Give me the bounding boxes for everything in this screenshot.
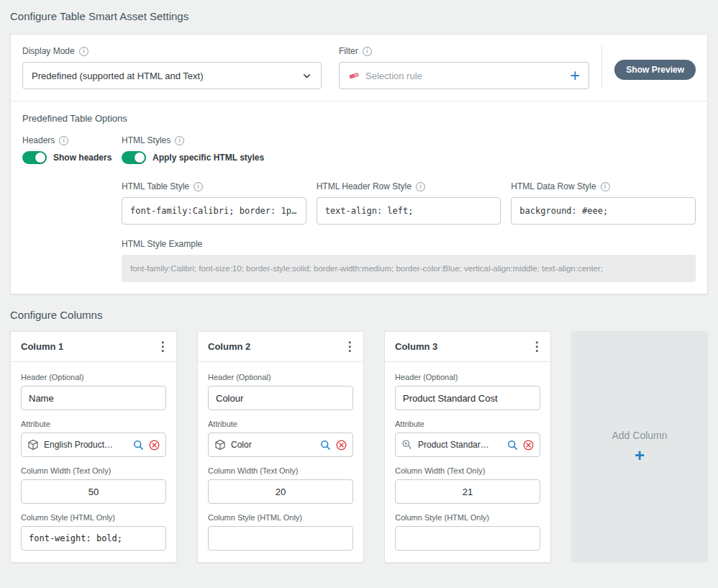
html-table-style-label-text: HTML Table Style bbox=[122, 181, 189, 191]
column-style-input[interactable] bbox=[395, 526, 540, 551]
header-optional-label: Header (Optional) bbox=[208, 373, 353, 381]
html-table-style-label: HTML Table Style i bbox=[122, 181, 306, 191]
html-style-example-box: font-family:Calibri; font-size:10; borde… bbox=[122, 255, 696, 282]
columns-row: Column 1 ⋮ Header (Optional) Name Attrib… bbox=[10, 331, 708, 563]
column-width-value: 20 bbox=[276, 487, 286, 497]
column-style-label: Column Style (HTML Only) bbox=[395, 513, 540, 522]
headers-label-text: Headers bbox=[22, 135, 55, 145]
kebab-menu-icon[interactable]: ⋮ bbox=[340, 340, 359, 353]
column-card-body: Header (Optional) Name Attribute English… bbox=[11, 362, 176, 562]
info-icon[interactable]: i bbox=[601, 182, 610, 191]
header-optional-label: Header (Optional) bbox=[395, 373, 540, 381]
search-icon[interactable] bbox=[320, 440, 331, 451]
header-value: Name bbox=[29, 393, 54, 404]
display-mode-select[interactable]: Predefined (supported at HTML and Text) bbox=[22, 62, 322, 89]
show-preview-button[interactable]: Show Preview bbox=[614, 60, 696, 80]
cube-icon bbox=[27, 439, 39, 451]
attribute-input[interactable]: Product Standar… bbox=[395, 433, 540, 457]
plus-icon: + bbox=[635, 447, 645, 464]
info-icon[interactable]: i bbox=[416, 182, 425, 191]
attribute-label: Attribute bbox=[21, 420, 166, 428]
html-data-row-style-group: HTML Data Row Style i background: #eee; bbox=[511, 181, 696, 225]
column-width-input[interactable]: 20 bbox=[208, 479, 353, 504]
filter-group: Filter i Selection rule + bbox=[339, 46, 589, 89]
filter-placeholder: Selection rule bbox=[365, 71, 564, 81]
display-mode-value: Predefined (supported at HTML and Text) bbox=[32, 71, 203, 81]
column-card-3: Column 3 ⋮ Header (Optional) Product Sta… bbox=[384, 331, 551, 563]
header-input[interactable]: Name bbox=[21, 386, 166, 410]
kebab-menu-icon[interactable]: ⋮ bbox=[153, 340, 172, 353]
html-header-row-style-value: text-align: left; bbox=[325, 206, 414, 216]
info-icon[interactable]: i bbox=[194, 182, 203, 191]
header-input[interactable]: Colour bbox=[208, 386, 353, 410]
filter-input[interactable]: Selection rule + bbox=[339, 62, 589, 89]
html-header-row-style-input[interactable]: text-align: left; bbox=[317, 197, 501, 225]
add-filter-button[interactable]: + bbox=[570, 67, 580, 84]
display-mode-label-text: Display Mode bbox=[22, 46, 75, 56]
column-style-label: Column Style (HTML Only) bbox=[21, 513, 166, 522]
apply-html-styles-toggle[interactable] bbox=[122, 151, 146, 164]
chevron-down-icon bbox=[301, 71, 312, 81]
options-row: Headers i Show headers HTML Styles i App… bbox=[22, 135, 696, 282]
info-icon[interactable]: i bbox=[59, 136, 68, 145]
add-column-button[interactable]: Add Column + bbox=[571, 331, 708, 563]
page: Configure Table Smart Asset Settings Dis… bbox=[0, 0, 718, 563]
clear-icon[interactable] bbox=[149, 440, 160, 451]
attribute-input[interactable]: Color bbox=[208, 433, 353, 457]
html-data-row-style-value: background: #eee; bbox=[519, 206, 608, 216]
html-style-example-label: HTML Style Example bbox=[122, 239, 696, 249]
column-width-input[interactable]: 50 bbox=[21, 479, 166, 504]
predefined-options-title: Predefined Table Options bbox=[22, 113, 696, 124]
column-width-label: Column Width (Text Only) bbox=[21, 466, 166, 475]
info-icon[interactable]: i bbox=[363, 47, 372, 56]
column-title: Column 1 bbox=[21, 341, 63, 352]
column-title: Column 3 bbox=[395, 341, 437, 352]
headers-group: Headers i Show headers bbox=[22, 135, 122, 282]
measure-attribute-icon bbox=[401, 439, 413, 451]
column-style-value: font-weight: bold; bbox=[29, 533, 122, 543]
html-table-style-group: HTML Table Style i font-family:Calibri; … bbox=[122, 181, 306, 225]
header-optional-label: Header (Optional) bbox=[21, 373, 166, 381]
attribute-label: Attribute bbox=[208, 420, 353, 428]
section-divider bbox=[11, 101, 707, 101]
settings-top-row: Display Mode i Predefined (supported at … bbox=[22, 46, 696, 89]
show-headers-toggle[interactable] bbox=[22, 151, 47, 164]
attribute-value: Color bbox=[231, 440, 315, 450]
kebab-menu-icon[interactable]: ⋮ bbox=[527, 340, 546, 353]
column-width-input[interactable]: 21 bbox=[395, 479, 540, 504]
html-header-row-style-group: HTML Header Row Style i text-align: left… bbox=[317, 181, 501, 225]
search-icon[interactable] bbox=[133, 440, 144, 451]
configure-columns-title: Configure Columns bbox=[10, 309, 708, 321]
column-width-value: 21 bbox=[463, 487, 473, 497]
headers-label: Headers i bbox=[22, 135, 122, 145]
display-mode-label: Display Mode i bbox=[22, 46, 322, 56]
clear-icon[interactable] bbox=[523, 440, 534, 451]
column-title: Column 2 bbox=[208, 341, 250, 352]
search-icon[interactable] bbox=[507, 440, 518, 451]
column-card-2: Column 2 ⋮ Header (Optional) Colour Attr… bbox=[197, 331, 364, 563]
column-width-value: 50 bbox=[88, 487, 99, 497]
header-value: Colour bbox=[216, 393, 243, 404]
info-icon[interactable]: i bbox=[175, 136, 184, 145]
filter-label-text: Filter bbox=[339, 46, 358, 56]
header-input[interactable]: Product Standard Cost bbox=[395, 386, 540, 410]
clear-icon[interactable] bbox=[336, 440, 347, 451]
info-icon[interactable]: i bbox=[79, 47, 88, 56]
column-width-label: Column Width (Text Only) bbox=[395, 466, 540, 475]
style-fields-row: HTML Table Style i font-family:Calibri; … bbox=[122, 181, 696, 225]
column-style-label: Column Style (HTML Only) bbox=[208, 513, 353, 522]
column-style-input[interactable] bbox=[208, 526, 353, 551]
html-styles-group: HTML Styles i Apply specific HTML styles… bbox=[122, 135, 696, 282]
html-table-style-input[interactable]: font-family:Calibri; border: 1px s bbox=[122, 197, 306, 225]
column-card-1: Column 1 ⋮ Header (Optional) Name Attrib… bbox=[10, 331, 177, 563]
html-table-style-value: font-family:Calibri; border: 1px s bbox=[130, 206, 298, 216]
column-card-body: Header (Optional) Product Standard Cost … bbox=[385, 362, 550, 562]
show-headers-toggle-label: Show headers bbox=[53, 153, 112, 163]
vertical-divider bbox=[601, 46, 602, 89]
cube-icon bbox=[214, 439, 226, 451]
column-style-input[interactable]: font-weight: bold; bbox=[21, 526, 166, 551]
html-data-row-style-input[interactable]: background: #eee; bbox=[511, 197, 696, 225]
html-data-row-style-label-text: HTML Data Row Style bbox=[511, 181, 596, 191]
attribute-input[interactable]: English Product… bbox=[21, 433, 166, 457]
add-column-label: Add Column bbox=[612, 430, 667, 441]
